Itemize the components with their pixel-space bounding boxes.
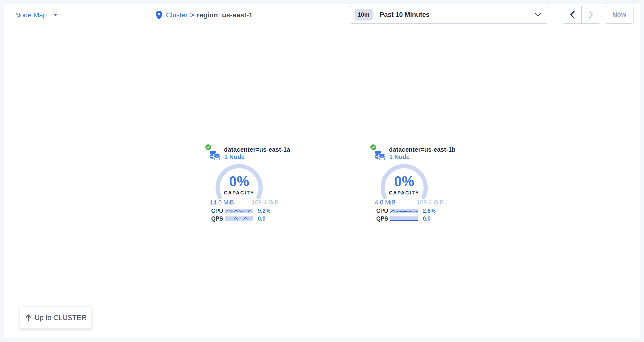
up-to-cluster-button[interactable]: Up to CLUSTER bbox=[20, 307, 92, 329]
locality-title: datacenter=us-east-1a bbox=[224, 146, 290, 153]
chevron-down-icon bbox=[535, 13, 541, 16]
capacity-values-row: 14.0 MiB 169.4 GiB bbox=[210, 199, 279, 206]
cpu-value: 9.2% bbox=[258, 208, 270, 214]
time-range-badge: 10m bbox=[354, 9, 372, 20]
locality-node-count: 1 Node bbox=[224, 153, 244, 160]
breadcrumb: Cluster > region=us-east-1 bbox=[156, 10, 253, 20]
view-selector-dropdown[interactable]: Node Map bbox=[15, 10, 58, 20]
qps-value: 0.0 bbox=[423, 215, 430, 222]
locality-card-us-east-1b[interactable]: datacenter=us-east-1b 1 Node 0% CAPACITY… bbox=[370, 144, 444, 226]
capacity-used: 4.0 MiB bbox=[375, 199, 396, 206]
cpu-label: CPU bbox=[210, 208, 225, 214]
time-range-label: Past 10 Minutes bbox=[380, 11, 430, 18]
qps-sparkline bbox=[225, 216, 253, 221]
capacity-label: CAPACITY bbox=[215, 190, 264, 196]
qps-stat-row: QPS 0.0 bbox=[210, 215, 279, 222]
qps-sparkline bbox=[390, 216, 418, 221]
cpu-sparkline bbox=[225, 209, 253, 213]
cpu-stat-row: CPU 9.2% bbox=[210, 208, 279, 214]
chevron-left-icon bbox=[570, 10, 575, 19]
chevron-right-icon bbox=[588, 10, 594, 19]
now-button[interactable]: Now bbox=[605, 5, 634, 24]
content-panel: Node Map Cluster > region=us-east-1 10m … bbox=[4, 4, 640, 338]
capacity-percent: 0% bbox=[215, 174, 264, 188]
cpu-label: CPU bbox=[375, 208, 390, 214]
database-icon bbox=[375, 149, 385, 160]
qps-label: QPS bbox=[375, 215, 390, 222]
time-prev-button[interactable] bbox=[563, 6, 582, 23]
time-next-button[interactable] bbox=[582, 6, 600, 23]
page-header: Node Map Cluster > region=us-east-1 10m … bbox=[4, 4, 640, 26]
view-selector-label: Node Map bbox=[15, 11, 47, 19]
chevron-down-icon bbox=[53, 14, 58, 16]
capacity-total: 169.4 GiB bbox=[252, 199, 279, 206]
qps-stat-row: QPS 0.0 bbox=[375, 215, 444, 222]
capacity-percent: 0% bbox=[380, 174, 428, 188]
cpu-value: 2.6% bbox=[423, 208, 436, 214]
capacity-values-row: 4.0 MiB 169.4 GiB bbox=[375, 199, 444, 206]
time-nav-group bbox=[563, 5, 600, 24]
time-range-dropdown[interactable]: 10m Past 10 Minutes bbox=[350, 5, 548, 24]
arrow-up-icon bbox=[25, 314, 32, 321]
capacity-label: CAPACITY bbox=[380, 190, 428, 196]
location-pin-icon bbox=[156, 11, 162, 20]
breadcrumb-link-cluster[interactable]: Cluster bbox=[166, 11, 188, 19]
database-icon bbox=[210, 149, 220, 160]
capacity-total: 169.4 GiB bbox=[416, 199, 444, 206]
locality-title: datacenter=us-east-1b bbox=[389, 146, 456, 153]
node-map-page: { "colors": { "accent_blue": "#3e7ce4", … bbox=[0, 0, 644, 342]
cpu-sparkline bbox=[390, 209, 418, 213]
capacity-used: 14.0 MiB bbox=[210, 199, 234, 206]
cpu-stat-row: CPU 2.6% bbox=[375, 208, 444, 214]
breadcrumb-separator: > bbox=[190, 11, 194, 19]
locality-node-count: 1 Node bbox=[389, 153, 410, 160]
breadcrumb-current-region: region=us-east-1 bbox=[196, 11, 253, 19]
locality-card-us-east-1a[interactable]: datacenter=us-east-1a 1 Node 0% CAPACITY… bbox=[206, 144, 279, 226]
qps-label: QPS bbox=[210, 215, 225, 222]
up-to-cluster-label: Up to CLUSTER bbox=[34, 314, 86, 322]
qps-value: 0.0 bbox=[258, 215, 266, 222]
